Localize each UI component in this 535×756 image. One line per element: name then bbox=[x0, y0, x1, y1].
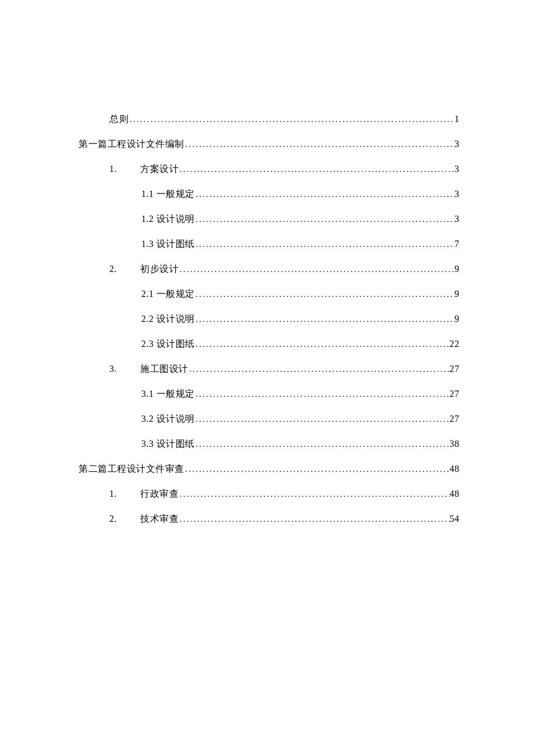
toc-entry: 1.方案设计3 bbox=[79, 163, 459, 175]
table-of-contents: 总则1第一篇工程设计文件编制31.方案设计31.1一般规定31.2设计说明31.… bbox=[79, 113, 459, 525]
toc-page-number: 3 bbox=[455, 189, 460, 199]
toc-entry: 2.1一般规定9 bbox=[79, 288, 459, 300]
toc-leader-dots bbox=[195, 315, 455, 324]
toc-leader-dots bbox=[179, 165, 455, 174]
toc-leader-dots bbox=[179, 515, 450, 524]
toc-page-number: 1 bbox=[455, 114, 460, 124]
toc-page-number: 3 bbox=[455, 214, 460, 224]
toc-label: 初步设计 bbox=[140, 263, 179, 275]
toc-leader-dots bbox=[195, 190, 455, 199]
toc-entry: 第二篇工程设计文件审查48 bbox=[79, 463, 459, 475]
toc-label: 施工图设计 bbox=[140, 363, 188, 375]
toc-number: 1. bbox=[109, 164, 140, 174]
toc-leader-dots bbox=[195, 390, 450, 399]
toc-number: 1.3 bbox=[141, 239, 154, 249]
toc-page-number: 27 bbox=[450, 364, 459, 374]
toc-entry: 2.2设计说明9 bbox=[79, 313, 459, 325]
toc-page-number: 3 bbox=[455, 164, 460, 174]
toc-entry: 3.2设计说明27 bbox=[79, 413, 459, 425]
toc-leader-dots bbox=[195, 440, 450, 449]
toc-entry: 1.2设计说明3 bbox=[79, 213, 459, 225]
toc-label: 方案设计 bbox=[140, 163, 179, 175]
toc-page-number: 48 bbox=[450, 489, 459, 499]
toc-leader-dots bbox=[184, 465, 450, 474]
toc-leader-dots bbox=[195, 290, 455, 299]
toc-label: 设计图纸 bbox=[156, 338, 195, 350]
toc-label: 总则 bbox=[109, 113, 129, 126]
toc-number: 2.2 bbox=[141, 314, 154, 324]
toc-label: 第二篇工程设计文件审查 bbox=[79, 463, 184, 475]
toc-page-number: 3 bbox=[455, 139, 460, 149]
toc-label: 设计说明 bbox=[156, 213, 195, 225]
toc-entry: 总则1 bbox=[79, 113, 459, 126]
toc-label: 技术审查 bbox=[140, 513, 179, 525]
toc-entry: 2.初步设计9 bbox=[79, 263, 459, 275]
toc-page-number: 54 bbox=[450, 514, 459, 524]
toc-number: 2. bbox=[109, 264, 140, 274]
toc-number: 3.3 bbox=[141, 439, 154, 449]
toc-page-number: 48 bbox=[450, 464, 459, 474]
toc-leader-dots bbox=[195, 240, 455, 249]
toc-page-number: 9 bbox=[455, 314, 460, 324]
toc-leader-dots bbox=[188, 365, 450, 374]
toc-entry: 2.3设计图纸22 bbox=[79, 338, 459, 350]
toc-page-number: 9 bbox=[455, 264, 460, 274]
toc-entry: 3.施工图设计27 bbox=[79, 363, 459, 375]
toc-page-number: 38 bbox=[450, 439, 459, 449]
toc-leader-dots bbox=[184, 140, 455, 149]
toc-leader-dots bbox=[195, 215, 455, 224]
toc-page-number: 27 bbox=[450, 389, 459, 399]
toc-leader-dots bbox=[195, 415, 450, 424]
toc-label: 设计图纸 bbox=[156, 438, 195, 450]
toc-number: 2.3 bbox=[141, 339, 154, 349]
toc-number: 3.2 bbox=[141, 414, 154, 424]
toc-label: 设计说明 bbox=[156, 413, 195, 425]
toc-entry: 2.技术审查54 bbox=[79, 513, 459, 525]
toc-number: 1.1 bbox=[141, 189, 154, 199]
toc-label: 设计图纸 bbox=[156, 238, 195, 250]
toc-leader-dots bbox=[179, 490, 450, 499]
toc-entry: 1.1一般规定3 bbox=[79, 188, 459, 200]
toc-page-number: 7 bbox=[455, 239, 460, 249]
toc-label: 一般规定 bbox=[156, 188, 195, 200]
toc-entry: 3.1一般规定27 bbox=[79, 388, 459, 400]
toc-number: 1. bbox=[109, 489, 140, 499]
toc-number: 3. bbox=[109, 364, 140, 374]
toc-page-number: 22 bbox=[450, 339, 459, 349]
toc-entry: 1.3设计图纸7 bbox=[79, 238, 459, 250]
toc-label: 设计说明 bbox=[156, 313, 195, 325]
toc-entry: 第一篇工程设计文件编制3 bbox=[79, 138, 459, 151]
toc-leader-dots bbox=[195, 340, 450, 349]
toc-number: 2.1 bbox=[141, 289, 154, 299]
toc-entry: 1.行政审查48 bbox=[79, 488, 459, 500]
toc-entry: 3.3设计图纸38 bbox=[79, 438, 459, 450]
toc-number: 2. bbox=[109, 514, 140, 524]
toc-number: 1.2 bbox=[141, 214, 154, 224]
toc-label: 一般规定 bbox=[156, 388, 195, 400]
toc-number: 3.1 bbox=[141, 389, 154, 399]
toc-page-number: 9 bbox=[455, 289, 460, 299]
toc-label: 第一篇工程设计文件编制 bbox=[79, 138, 184, 151]
toc-leader-dots bbox=[129, 115, 455, 124]
toc-page-number: 27 bbox=[450, 414, 459, 424]
toc-label: 行政审查 bbox=[140, 488, 179, 500]
toc-label: 一般规定 bbox=[156, 288, 195, 300]
toc-leader-dots bbox=[179, 265, 455, 274]
